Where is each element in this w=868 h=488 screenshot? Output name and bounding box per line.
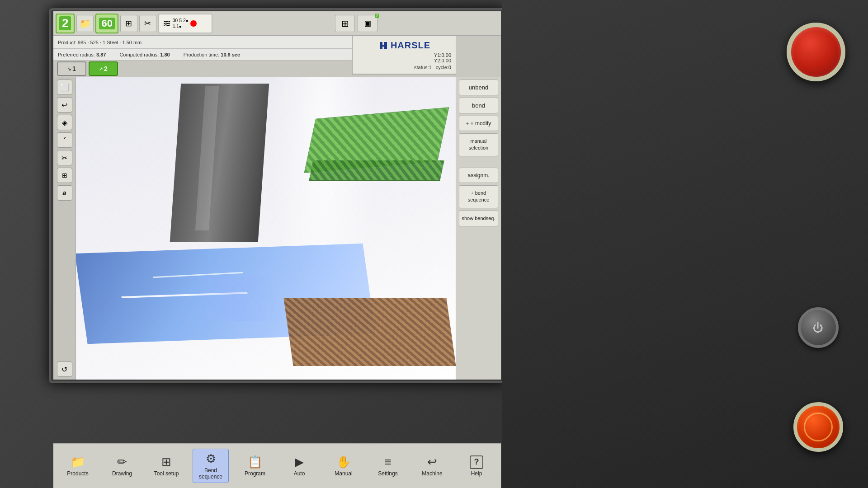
bend-steps-bar: ↘ 1 ↗ 2 — [53, 61, 122, 77]
harsle-logo: HARSLE — [378, 40, 430, 51]
nav-program[interactable]: 📋 Program — [237, 452, 273, 479]
estop-top[interactable] — [787, 23, 845, 81]
manual-label: Manual — [335, 470, 352, 477]
product-info: Product: 985 · 525 · 1 Steel · 1.50 mm — [58, 40, 142, 45]
bend-sequence-button[interactable]: + bend sequence — [459, 185, 498, 208]
nav-tool-setup[interactable]: ⊞ Tool setup — [148, 452, 184, 479]
step-number: 2 — [59, 16, 71, 30]
nav-products[interactable]: 📁 Products — [60, 452, 96, 479]
modify-button[interactable]: + + modify — [459, 116, 498, 131]
right-panel: unbend bend + + modify manual selection … — [456, 77, 501, 380]
right-hardware: ⏻ — [502, 0, 868, 488]
machine-label: Machine — [422, 470, 442, 477]
info-bar: Product: 985 · 525 · 1 Steel · 1.50 mm — [53, 36, 383, 49]
assignment-button[interactable]: assignm. — [459, 168, 498, 183]
bend-sequence-nav-label: Bendsequence — [199, 467, 222, 480]
harsle-panel: HARSLE Y1:0.00 Y2:0.00 status:1 cycle:0 — [352, 36, 456, 75]
help-label: Help — [471, 470, 482, 477]
bottom-nav: 📁 Products ✏ Drawing ⊞ Tool setup ⚙ Bend… — [53, 443, 501, 488]
production-time-label: Production time: 10.6 sec — [184, 52, 240, 57]
program-group[interactable]: ≋ 30-5-2● 1.1● — [158, 14, 212, 33]
viewport-3d[interactable] — [76, 77, 456, 380]
tool-setup-label: Tool setup — [154, 470, 179, 477]
program-nav-icon: 📋 — [248, 455, 262, 469]
bend-step-2[interactable]: ↗ 2 — [89, 61, 118, 76]
info-bar-2: Preferred radius: 3.87 Computed radius: … — [53, 49, 383, 61]
layers-btn[interactable]: ◈ — [57, 115, 72, 130]
harsle-logo-icon — [378, 40, 389, 51]
products-label: Products — [67, 470, 88, 477]
estop-bottom[interactable] — [793, 402, 843, 452]
scissors-icon[interactable]: ✂ — [139, 15, 156, 32]
tool-setup-icon: ⊞ — [161, 455, 171, 469]
power-button[interactable]: ⏻ — [798, 307, 839, 348]
program-label: Program — [245, 470, 265, 477]
bend-button[interactable]: bend — [459, 98, 498, 113]
badge-btn[interactable]: ▣ 2 — [358, 15, 377, 32]
manual-selection-button[interactable]: manual selection — [459, 133, 498, 156]
bend-sequence-icon: ⚙ — [206, 452, 216, 466]
cut-btn[interactable]: ✂ — [57, 150, 72, 165]
tool-bottom-surface — [309, 160, 444, 181]
auto-icon: ▶ — [295, 455, 304, 469]
nav-manual[interactable]: ✋ Manual — [326, 452, 362, 479]
folder-icon[interactable]: 📁 — [76, 15, 94, 32]
unbend-button[interactable]: unbend — [459, 80, 498, 95]
left-sidebar: ⬜ ↩ ◈ ˅ ✂ ⊞ a ↺ — [53, 77, 76, 380]
help-icon: ? — [470, 455, 483, 469]
status-display: status:1 cycle:0 — [353, 65, 456, 70]
preferred-radius-label: Preferred radius: 3.87 — [58, 52, 106, 57]
nav-auto[interactable]: ▶ Auto — [281, 452, 317, 479]
record-dot — [190, 20, 197, 27]
windows-icon[interactable]: ⊞ — [120, 15, 137, 32]
machine-icon: ↩ — [427, 455, 437, 469]
step-indicator[interactable]: 2 — [56, 14, 75, 33]
text-btn[interactable]: a — [57, 185, 72, 201]
down-btn[interactable]: ˅ — [57, 132, 72, 148]
nav-machine[interactable]: ↩ Machine — [414, 452, 450, 479]
drawing-icon: ✏ — [117, 455, 127, 469]
power-icon: ⏻ — [813, 321, 824, 334]
nav-settings[interactable]: ≡ Settings — [370, 452, 406, 479]
toolbar-center-area: ⊞ ▣ 2 — [214, 15, 499, 32]
dark-vertical-part — [170, 84, 269, 242]
bend-step-1[interactable]: ↘ 1 — [57, 61, 86, 76]
settings-icon: ≡ — [384, 455, 391, 469]
program-icon: ≋ — [163, 18, 171, 29]
coords-display: Y1:0.00 Y2:0.00 — [353, 52, 456, 63]
sheet-reflection — [185, 276, 283, 321]
grid-btn[interactable]: ⊞ — [335, 15, 355, 32]
rotate-btn[interactable]: ↺ — [57, 361, 72, 377]
speed-number: 60 — [99, 18, 114, 29]
drawing-label: Drawing — [112, 470, 132, 477]
program-info: 30-5-2● 1.1● — [173, 18, 189, 29]
nav-bend-sequence[interactable]: ⚙ Bendsequence — [193, 449, 229, 483]
frame-btn[interactable]: ⬜ — [57, 80, 72, 95]
toolbar: 2 📁 60 ⊞ ✂ ≋ 30-5-2● 1.1● ⊞ — [53, 11, 501, 36]
computed-radius-label: Computed radius: 1.80 — [119, 52, 170, 57]
main-screen: 2 📁 60 ⊞ ✂ ≋ 30-5-2● 1.1● ⊞ — [53, 11, 501, 380]
products-icon: 📁 — [71, 455, 85, 469]
brown-striped-piece — [283, 298, 456, 366]
speed-group[interactable]: 60 — [95, 14, 118, 33]
manual-icon: ✋ — [336, 455, 351, 469]
undo-btn[interactable]: ↩ — [57, 97, 72, 113]
auto-label: Auto — [294, 470, 305, 477]
grid-btn-side[interactable]: ⊞ — [57, 168, 72, 183]
settings-label: Settings — [378, 470, 397, 477]
nav-drawing[interactable]: ✏ Drawing — [104, 452, 140, 479]
nav-help[interactable]: ? Help — [458, 453, 495, 479]
show-bendseq-button[interactable]: show bendseq. — [459, 211, 498, 226]
